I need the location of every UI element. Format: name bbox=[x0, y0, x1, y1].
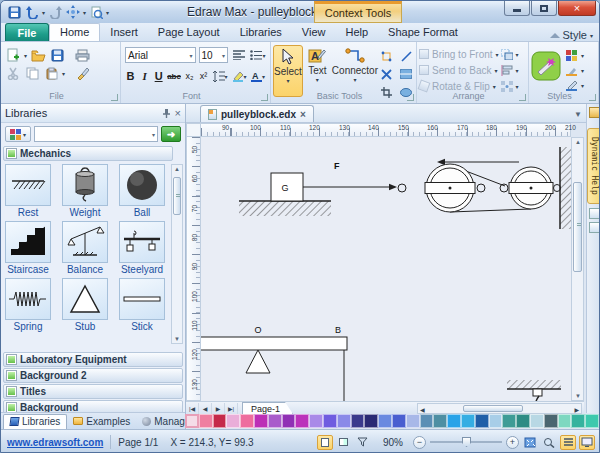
tab-page-layout[interactable]: Page Layout bbox=[148, 23, 230, 41]
section-background-2[interactable]: Background 2 bbox=[3, 368, 183, 383]
text-tool-button[interactable]: A Text ▾ bbox=[303, 45, 332, 97]
shape-stick[interactable]: Stick bbox=[117, 278, 167, 332]
theme-style-button[interactable] bbox=[531, 51, 561, 81]
fit-page-button[interactable] bbox=[522, 435, 538, 450]
select-tool-button[interactable]: Select ▾ bbox=[273, 45, 303, 97]
minimize-button[interactable] bbox=[504, 1, 530, 16]
bullet-list-icon[interactable]: ▾ bbox=[250, 47, 266, 63]
section-mechanics[interactable]: Mechanics bbox=[3, 146, 173, 161]
section-titles[interactable]: Titles bbox=[3, 384, 183, 399]
palette-swatch[interactable] bbox=[420, 414, 434, 428]
panel-close-icon[interactable]: × bbox=[175, 108, 181, 118]
palette-swatch[interactable] bbox=[516, 414, 530, 428]
palette-swatch[interactable] bbox=[378, 414, 392, 428]
pulley-right[interactable] bbox=[500, 167, 561, 209]
page-tab[interactable]: Page-1 bbox=[242, 402, 293, 414]
tab-file[interactable]: File bbox=[5, 23, 49, 41]
line-tool-icon[interactable] bbox=[398, 48, 414, 64]
tab-examples-panel[interactable]: Examples bbox=[67, 414, 136, 429]
palette-swatch[interactable] bbox=[185, 414, 199, 428]
section-laboratory-equipment[interactable]: Laboratory Equipment bbox=[3, 352, 183, 367]
palette-swatch[interactable] bbox=[309, 414, 323, 428]
highlight-icon[interactable]: ▾ bbox=[231, 68, 247, 84]
line-style-icon[interactable]: ▾ bbox=[566, 79, 584, 91]
line-spacing-icon[interactable]: ▾ bbox=[212, 68, 228, 84]
pan-zoom-panel-button[interactable] bbox=[560, 435, 576, 450]
context-tools-tab[interactable]: Context Tools bbox=[314, 1, 402, 23]
canvas-vertical-scrollbar[interactable]: ▲ ▼ bbox=[571, 137, 584, 401]
prev-page-button[interactable]: ◀ bbox=[199, 403, 212, 414]
palette-swatch[interactable] bbox=[544, 414, 558, 428]
save-document-icon[interactable] bbox=[49, 47, 65, 63]
open-icon[interactable] bbox=[30, 47, 46, 63]
font-size-combo[interactable]: 10▾ bbox=[199, 47, 228, 63]
italic-button[interactable]: I bbox=[139, 70, 150, 82]
palette-swatch[interactable] bbox=[447, 414, 461, 428]
close-button[interactable]: × bbox=[558, 1, 596, 16]
library-scroll-thumb[interactable] bbox=[173, 177, 181, 215]
lever[interactable]: O B bbox=[201, 325, 347, 401]
paste-icon[interactable] bbox=[43, 65, 59, 81]
palette-swatch[interactable] bbox=[461, 414, 475, 428]
group-icon[interactable]: ▾ bbox=[501, 47, 519, 61]
pulley-left[interactable] bbox=[398, 164, 485, 212]
pan-dropdown-icon[interactable]: ▾ bbox=[83, 9, 86, 16]
align-icon[interactable] bbox=[231, 47, 247, 63]
palette-swatch[interactable] bbox=[392, 414, 406, 428]
zoom-out-button[interactable]: − bbox=[413, 436, 426, 449]
anchor-point-icon[interactable] bbox=[378, 48, 394, 64]
help-page-icon[interactable] bbox=[589, 208, 600, 219]
undo-dropdown-icon[interactable]: ▾ bbox=[42, 9, 45, 16]
library-menu-button[interactable]: ▾ bbox=[5, 126, 31, 142]
palette-swatch[interactable] bbox=[406, 414, 420, 428]
fullscreen-button[interactable] bbox=[579, 435, 595, 450]
shape-tool-icon[interactable] bbox=[398, 66, 414, 82]
superscript-button[interactable]: x² bbox=[198, 71, 209, 81]
zoom-in-button[interactable]: + bbox=[506, 436, 519, 449]
document-tab[interactable]: pulleyblock.edx × bbox=[200, 105, 314, 122]
color-scheme-icon[interactable]: ▾ bbox=[566, 49, 584, 61]
library-scrollbar[interactable]: ▲ ▼ bbox=[171, 164, 183, 344]
palette-swatch[interactable] bbox=[337, 414, 351, 428]
shape-weight[interactable]: Weight bbox=[60, 164, 110, 218]
library-search-go-button[interactable]: ➜ bbox=[161, 126, 181, 142]
presentation-button[interactable] bbox=[355, 435, 371, 450]
font-color-icon[interactable]: A▾ bbox=[250, 68, 266, 84]
styles-dialog-launcher-icon[interactable] bbox=[589, 94, 596, 101]
palette-swatch[interactable] bbox=[364, 414, 378, 428]
delete-tool-icon[interactable] bbox=[378, 66, 394, 82]
underline-button[interactable]: U bbox=[153, 70, 164, 82]
zoom-region-button[interactable] bbox=[541, 435, 557, 450]
palette-swatch[interactable] bbox=[558, 414, 572, 428]
tab-home[interactable]: Home bbox=[49, 23, 100, 41]
pin-icon[interactable] bbox=[162, 108, 171, 118]
help-page2-icon[interactable] bbox=[589, 222, 600, 233]
arrange-dialog-launcher-icon[interactable] bbox=[519, 94, 526, 101]
tab-shape-format[interactable]: Shape Format bbox=[378, 23, 468, 41]
tab-libraries[interactable]: Libraries bbox=[230, 23, 292, 41]
print-preview-icon[interactable] bbox=[88, 5, 104, 20]
shape-steelyard[interactable]: Steelyard bbox=[117, 221, 167, 275]
bold-button[interactable]: B bbox=[125, 70, 136, 82]
tab-list-dropdown-icon[interactable]: ▼ bbox=[570, 110, 586, 122]
palette-swatch[interactable] bbox=[213, 414, 227, 428]
vertical-scroll-thumb[interactable] bbox=[573, 182, 582, 272]
palette-swatch[interactable] bbox=[199, 414, 213, 428]
ceiling-hook[interactable] bbox=[507, 380, 561, 401]
palette-swatch[interactable] bbox=[475, 414, 489, 428]
tab-insert[interactable]: Insert bbox=[100, 23, 148, 41]
maximize-button[interactable] bbox=[531, 1, 557, 16]
shape-balance[interactable]: Balance bbox=[60, 221, 110, 275]
library-search-input[interactable]: ▾ bbox=[34, 126, 158, 142]
last-page-button[interactable]: ▶| bbox=[225, 403, 238, 414]
cut-icon[interactable] bbox=[5, 65, 21, 81]
horizontal-scroll-thumb[interactable] bbox=[463, 405, 523, 412]
rope-bottom[interactable] bbox=[450, 209, 531, 212]
send-to-back-button[interactable]: Send to Back▾ bbox=[419, 63, 499, 77]
qat-customize-icon[interactable]: ▾ bbox=[106, 9, 109, 16]
canvas-horizontal-scrollbar[interactable]: ◀ ▶ bbox=[417, 403, 582, 414]
pan-icon[interactable] bbox=[65, 5, 81, 20]
font-name-combo[interactable]: Arial▾ bbox=[125, 47, 196, 63]
normal-view-button[interactable] bbox=[317, 435, 333, 450]
font-dialog-launcher-icon[interactable] bbox=[261, 94, 268, 101]
